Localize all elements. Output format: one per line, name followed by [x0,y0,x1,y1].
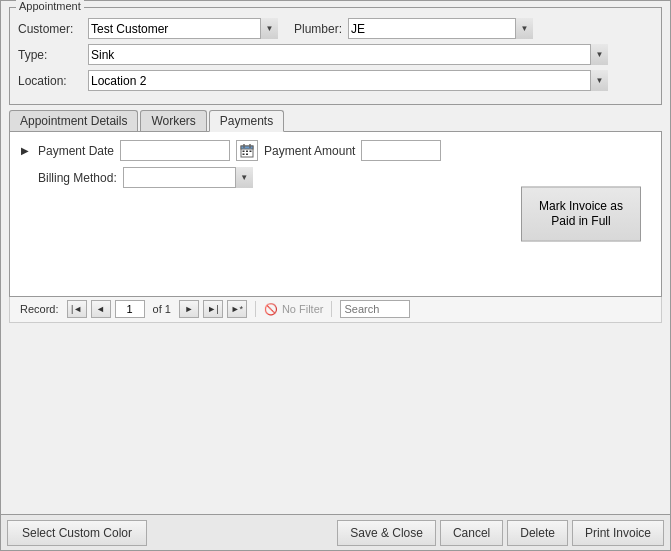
tab-panel-payments: ▶ Payment Date Pay [9,131,662,297]
navigation-bar: Record: |◄ ◄ of 1 ► ►| ►* 🚫 No Filter [9,297,662,323]
plumber-combo-wrapper: JE ▼ [348,18,533,39]
nav-filter: 🚫 No Filter [264,303,324,316]
record-number-input[interactable] [115,300,145,318]
select-custom-color-button[interactable]: Select Custom Color [7,520,147,546]
print-invoice-button[interactable]: Print Invoice [572,520,664,546]
tabs-container: Appointment Details Workers Payments [9,109,662,131]
record-indicator: ▶ [18,144,32,158]
type-select[interactable]: Sink [88,44,608,65]
filter-icon: 🚫 [264,303,278,316]
appointment-group-label: Appointment [16,0,84,12]
payment-date-amount-row: ▶ Payment Date Pay [18,140,653,161]
record-label: Record: [16,303,63,315]
nav-prev-button[interactable]: ◄ [91,300,111,318]
payment-amount-label: Payment Amount [264,144,355,158]
save-close-button[interactable]: Save & Close [337,520,436,546]
search-input[interactable] [340,300,410,318]
svg-rect-1 [241,146,253,149]
bottom-bar: Select Custom Color Save & Close Cancel … [1,514,670,550]
delete-button[interactable]: Delete [507,520,568,546]
tab-bar: Appointment Details Workers Payments [9,109,662,131]
no-filter-text: No Filter [282,303,324,315]
billing-method-select[interactable] [123,167,253,188]
main-window: Appointment Customer: Test Customer ▼ Pl… [0,0,671,551]
customer-combo-wrapper: Test Customer ▼ [88,18,278,39]
mark-invoice-paid-button[interactable]: Mark Invoice as Paid in Full [521,186,641,241]
location-combo-wrapper: Location 2 ▼ [88,70,608,91]
customer-label: Customer: [18,22,88,36]
billing-method-combo-wrapper: ▼ [123,167,253,188]
location-row: Location: Location 2 ▼ [18,70,653,91]
record-of-text: of 1 [149,303,175,315]
calendar-button[interactable] [236,140,258,161]
nav-first-button[interactable]: |◄ [67,300,87,318]
billing-method-row: Billing Method: ▼ [18,167,653,188]
svg-rect-6 [250,150,252,152]
customer-select[interactable]: Test Customer [88,18,278,39]
nav-new-button[interactable]: ►* [227,300,247,318]
svg-rect-8 [246,153,248,155]
billing-method-label: Billing Method: [38,171,117,185]
type-combo-wrapper: Sink ▼ [88,44,608,65]
tab-workers[interactable]: Workers [140,110,206,131]
payment-date-label: Payment Date [38,144,114,158]
type-label: Type: [18,48,88,62]
cancel-button[interactable]: Cancel [440,520,503,546]
nav-separator [255,301,256,317]
svg-rect-7 [243,153,245,155]
calendar-icon [240,144,254,158]
type-row: Type: Sink ▼ [18,44,653,65]
payment-amount-input[interactable] [361,140,441,161]
plumber-label: Plumber: [294,22,342,36]
nav-separator-2 [331,301,332,317]
tab-appointment-details[interactable]: Appointment Details [9,110,138,131]
customer-plumber-row: Customer: Test Customer ▼ Plumber: JE ▼ [18,18,653,39]
svg-rect-5 [246,150,248,152]
nav-next-button[interactable]: ► [179,300,199,318]
location-label: Location: [18,74,88,88]
plumber-select[interactable]: JE [348,18,533,39]
tab-panel-area: ▶ Payment Date Pay [9,131,662,323]
nav-last-button[interactable]: ►| [203,300,223,318]
location-select[interactable]: Location 2 [88,70,608,91]
tab-payments[interactable]: Payments [209,110,284,132]
payment-date-input[interactable] [120,140,230,161]
svg-rect-4 [243,150,245,152]
appointment-group: Appointment Customer: Test Customer ▼ Pl… [9,7,662,105]
